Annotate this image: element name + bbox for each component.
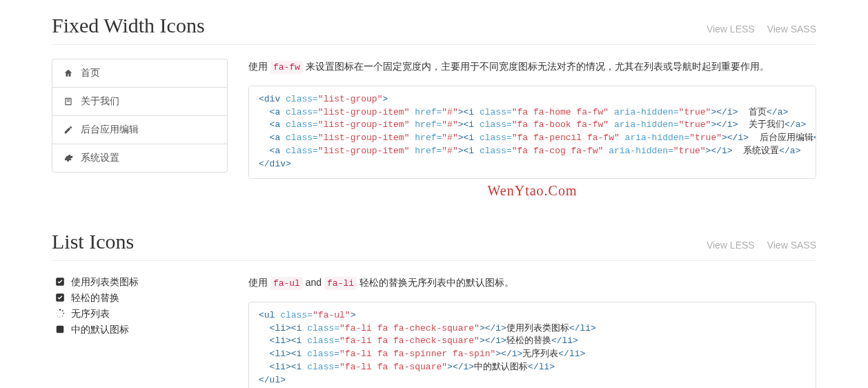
list-item-label: 中的默认图标	[71, 324, 129, 335]
book-icon	[63, 96, 74, 107]
pencil-icon	[63, 124, 74, 135]
section-header: Fixed Width Icons View LESS View SASS	[52, 14, 816, 45]
check-square-icon	[55, 292, 66, 303]
cog-icon	[63, 153, 74, 164]
list-item-label: 使用列表类图标	[71, 276, 139, 287]
watermark-text: WenYtao.Com	[248, 183, 816, 199]
list-item: 使用列表类图标	[71, 275, 228, 289]
list-icons-description: 使用 fa-ul and fa-li 轻松的替换无序列表中的默认图标。	[248, 275, 816, 291]
list-item: 无序列表	[71, 307, 228, 321]
fixed-width-demo-list: 首页 关于我们 后台应用编辑	[52, 59, 228, 173]
section-title: List Icons	[52, 230, 134, 253]
list-item-label: 轻松的替换	[71, 292, 119, 303]
svg-point-9	[57, 310, 58, 311]
svg-point-7	[57, 316, 58, 316]
view-less-link[interactable]: View LESS	[707, 23, 755, 35]
square-icon	[55, 324, 66, 335]
nav-item-settings[interactable]: 系统设置	[52, 144, 227, 172]
svg-rect-10	[57, 326, 64, 333]
view-links: View LESS View SASS	[707, 240, 816, 251]
list-item: 轻松的替换	[71, 291, 228, 305]
section-fixed-width-icons: Fixed Width Icons View LESS View SASS 首页	[52, 14, 816, 199]
nav-item-label: 首页	[81, 67, 100, 79]
nav-item-about[interactable]: 关于我们	[52, 88, 227, 116]
view-less-link[interactable]: View LESS	[707, 240, 755, 251]
list-item-label: 无序列表	[71, 308, 110, 319]
svg-point-3	[62, 310, 63, 311]
svg-point-5	[62, 316, 63, 317]
check-square-icon	[55, 276, 66, 287]
section-header: List Icons View LESS View SASS	[52, 230, 816, 261]
svg-point-8	[56, 313, 57, 313]
list-icons-code-sample: <ul class="fa-ul"> <li><i class="fa-li f…	[248, 302, 816, 388]
view-sass-link[interactable]: View SASS	[767, 23, 816, 35]
nav-item-home[interactable]: 首页	[52, 59, 227, 88]
list-icons-demo: 使用列表类图标 轻松的替换 无序列表	[52, 275, 228, 337]
spinner-icon	[55, 308, 66, 319]
section-title: Fixed Width Icons	[52, 14, 205, 37]
fixed-width-code-sample: <div class="list-group"> <a class="list-…	[248, 86, 816, 179]
nav-item-label: 系统设置	[81, 152, 119, 164]
section-list-icons: List Icons View LESS View SASS 使用列表类图标	[52, 230, 816, 388]
nav-item-edit[interactable]: 后台应用编辑	[52, 116, 227, 144]
nav-item-label: 后台应用编辑	[81, 124, 139, 136]
svg-point-4	[63, 313, 64, 314]
nav-item-label: 关于我们	[81, 95, 119, 108]
view-sass-link[interactable]: View SASS	[767, 240, 816, 251]
list-item: 中的默认图标	[71, 322, 228, 337]
fixed-width-description: 使用 fa-fw 来设置图标在一个固定宽度内，主要用于不同宽度图标无法对齐的情况…	[248, 59, 816, 75]
svg-point-6	[59, 316, 60, 317]
svg-point-2	[59, 309, 61, 310]
view-links: View LESS View SASS	[707, 23, 816, 35]
home-icon	[63, 68, 74, 79]
